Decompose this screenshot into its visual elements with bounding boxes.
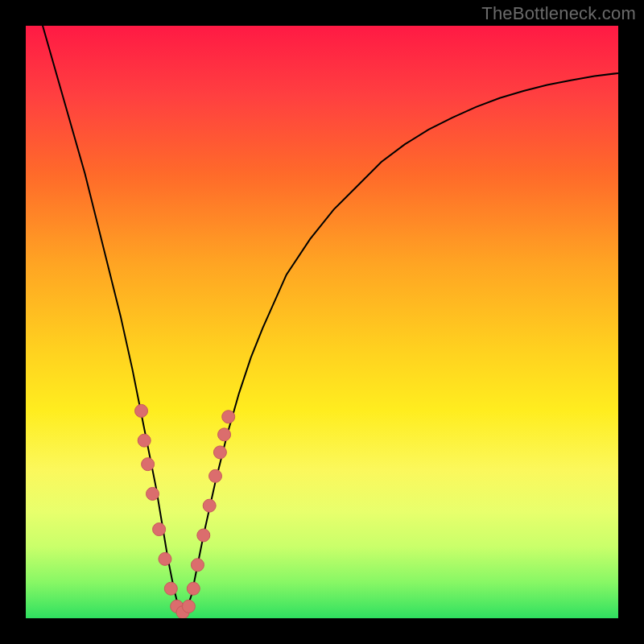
data-point-marker xyxy=(218,428,231,441)
data-point-markers xyxy=(135,404,235,618)
data-point-marker xyxy=(138,434,151,447)
data-point-marker xyxy=(147,487,159,500)
data-point-marker xyxy=(187,582,200,595)
data-point-marker xyxy=(142,458,155,471)
data-point-marker xyxy=(159,552,171,565)
watermark-text: TheBottleneck.com xyxy=(481,3,636,24)
data-point-marker xyxy=(135,404,148,417)
data-point-marker xyxy=(197,529,210,542)
bottleneck-curve-plot xyxy=(26,26,618,618)
data-point-marker xyxy=(209,469,222,482)
bottleneck-curve-line xyxy=(38,26,618,613)
data-point-marker xyxy=(203,499,216,512)
plot-gradient-background xyxy=(26,26,618,618)
data-point-marker xyxy=(164,582,177,595)
data-point-marker xyxy=(153,523,166,536)
chart-frame: TheBottleneck.com xyxy=(0,0,644,644)
data-point-marker xyxy=(191,559,204,572)
data-point-marker xyxy=(222,411,235,423)
data-point-marker xyxy=(182,600,195,613)
data-point-marker xyxy=(213,446,226,459)
